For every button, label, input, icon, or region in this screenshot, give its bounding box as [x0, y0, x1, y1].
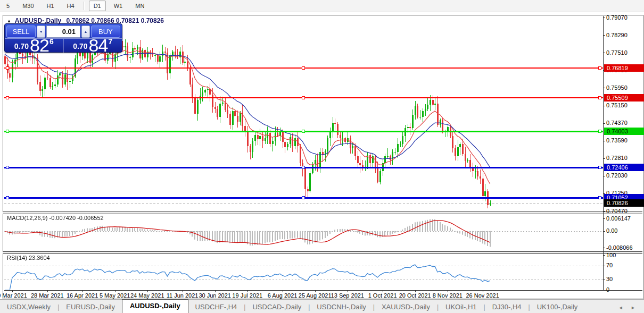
toolbar-separator	[84, 2, 85, 10]
tab-scroll-arrows[interactable]: ◄ ►	[618, 305, 644, 313]
timeframe-button-m30[interactable]: M30	[18, 1, 38, 11]
price-tick-mark	[603, 141, 605, 141]
rsi-tick-label: 30	[606, 276, 613, 282]
date-tick-label: 11 Jun 2021	[167, 292, 199, 299]
tab-dj30-h4[interactable]: DJ30-,H4	[485, 301, 529, 313]
date-tick-label: 28 Mar 2021	[31, 292, 64, 299]
date-tick-label: 6 Aug 2021	[268, 292, 298, 299]
macd-tick-label: 0.00	[606, 227, 617, 234]
rsi-tick-mark	[603, 280, 605, 280]
chart-symbol-label: AUDUSD-,Daily	[15, 17, 61, 24]
rsi-label: RSI(14) 23.3604	[7, 255, 50, 261]
chart-ohlc-values: 0.70862 0.70866 0.70821 0.70826	[67, 17, 164, 24]
price-line-badge: 0.76819	[604, 64, 644, 72]
lot-size-input[interactable]	[46, 26, 80, 38]
price-tick-label: 0.75950	[606, 84, 628, 91]
price-tick-label: 0.79070	[606, 14, 628, 21]
chart-tab-bar: USDX,Weekly|EURUSD-,DailyAUDUSD-,DailyUS…	[0, 299, 644, 313]
price-tick-mark	[603, 176, 605, 176]
date-tick-label: 24 May 2021	[130, 292, 164, 299]
buy-price-prefix: 0.70	[73, 42, 87, 50]
sell-price-big: 82	[30, 38, 49, 52]
macd-rsi-separator[interactable]	[3, 251, 642, 254]
timeframe-button-mn[interactable]: MN	[130, 1, 149, 11]
one-click-trade-panel: SELL ▼ ▲ BUY 0.70 82 6 0.70 84 7	[4, 23, 122, 53]
macd-tick-mark	[603, 248, 605, 248]
price-tick-mark	[603, 106, 605, 106]
price-tick-mark	[603, 88, 605, 88]
price-tick-label: 0.70470	[606, 208, 628, 214]
price-line-badge: 0.75509	[604, 94, 644, 101]
timeframe-toolbar: 5M30H1H4D1W1MN	[0, 0, 644, 12]
sell-price[interactable]: 0.70 82 6	[5, 39, 64, 53]
price-tick-mark	[603, 53, 605, 53]
rsi-tick-mark	[603, 266, 605, 266]
rsi-indicator-canvas[interactable]	[4, 254, 603, 290]
price-tick-label: 0.77510	[606, 49, 628, 56]
price-line-badge: 0.72406	[604, 164, 644, 171]
rsi-tick-label: 0	[606, 286, 609, 293]
macd-tick-label: -0.008066	[606, 244, 633, 251]
date-tick-label: 9 Mar 2021	[0, 292, 27, 299]
rsi-tick-mark	[603, 290, 605, 291]
price-macd-separator[interactable]	[3, 212, 642, 214]
price-line-badge: 0.70826	[604, 199, 644, 207]
date-tick-label: 20 Oct 2021	[399, 292, 431, 299]
trade-panel-prices: 0.70 82 6 0.70 84 7	[5, 38, 122, 53]
price-tick-mark	[603, 158, 605, 159]
rsi-tick-label: 70	[606, 262, 613, 268]
date-tick-label: 16 Apr 2021	[67, 292, 98, 299]
price-tick-mark	[603, 35, 605, 36]
date-tick-label: 26 Nov 2021	[466, 292, 499, 299]
collapse-icon[interactable]: ▲	[7, 19, 11, 23]
chart-title: ▲ AUDUSD-,Daily 0.70862 0.70866 0.70821 …	[7, 17, 164, 24]
date-tick-label: 25 Aug 2021	[299, 292, 332, 299]
timeframe-button-w1[interactable]: W1	[109, 1, 128, 11]
tab-eurusd-daily[interactable]: EURUSD-,Daily	[59, 301, 122, 313]
price-tick-label: 0.73590	[606, 137, 628, 143]
timeframe-button-d1[interactable]: D1	[89, 1, 106, 11]
tab-usdcad-daily[interactable]: USDCAD-,Daily	[245, 301, 308, 313]
price-tick-mark	[603, 18, 605, 18]
buy-price-big: 84	[89, 38, 108, 52]
price-tick-label: 0.75150	[606, 102, 628, 108]
tab-ukoil-h1[interactable]: UKOil-,H1	[439, 301, 484, 313]
tab-uk100-daily[interactable]: UK100-,Daily	[530, 301, 585, 313]
tab-xauusd-daily[interactable]: XAUUSD-,Daily	[375, 301, 437, 313]
sell-price-prefix: 0.70	[14, 42, 29, 50]
macd-label: MACD(12,26,9) -0.007420 -0.006552	[7, 215, 104, 221]
date-tick-label: 30 Jun 2021	[199, 292, 231, 299]
price-tick-mark	[603, 211, 605, 212]
date-tick-label: 19 Jul 2021	[232, 292, 262, 299]
price-tick-label: 0.78290	[606, 32, 628, 38]
price-axis-border	[603, 16, 604, 290]
buy-price-pip: 7	[108, 37, 112, 46]
date-tick-label: 13 Sep 2021	[331, 292, 364, 299]
price-line-badge: 0.74003	[604, 128, 644, 135]
price-tick-label: 0.72030	[606, 172, 628, 179]
rsi-tick-label: 100	[606, 252, 616, 258]
tab-usdx-weekly[interactable]: USDX,Weekly	[0, 301, 57, 313]
mt4-terminal: 5M30H1H4D1W1MN ▲ AUDUSD-,Daily 0.70862 0…	[0, 0, 644, 313]
timeframe-button-5[interactable]: 5	[2, 1, 14, 11]
macd-tick-mark	[603, 218, 605, 219]
timeframe-button-h1[interactable]: H1	[42, 1, 59, 11]
date-tick-label: 5 May 2021	[100, 292, 130, 299]
price-tick-mark	[603, 123, 605, 124]
tab-usdchf-h4[interactable]: USDCHF-,H4	[188, 301, 244, 313]
tab-usdcnh-daily[interactable]: USDCNH-,Daily	[310, 301, 373, 313]
tab-audusd-daily[interactable]: AUDUSD-,Daily	[122, 299, 188, 313]
price-tick-label: 0.72810	[606, 155, 628, 161]
macd-tick-label: 0.006147	[606, 215, 631, 222]
price-tick-label: 0.74370	[606, 120, 628, 126]
date-tick-label: 1 Oct 2021	[368, 292, 397, 299]
sell-price-pip: 6	[49, 37, 54, 46]
macd-tick-mark	[603, 231, 605, 232]
date-tick-label: 8 Nov 2021	[433, 292, 463, 299]
timeframe-button-h4[interactable]: H4	[62, 1, 79, 11]
buy-price[interactable]: 0.70 84 7	[64, 39, 122, 53]
time-axis-border	[4, 290, 642, 291]
rsi-tick-mark	[603, 255, 605, 256]
